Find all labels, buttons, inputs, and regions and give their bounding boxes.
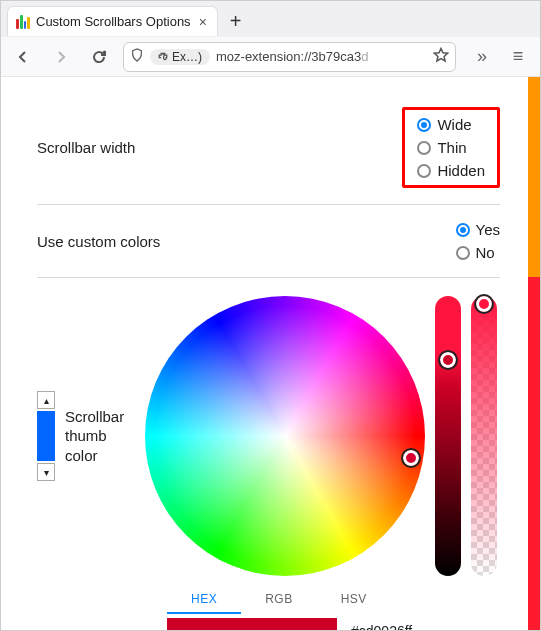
- shield-icon: [130, 48, 144, 65]
- radio-dot-icon: [417, 164, 431, 178]
- app-menu-button[interactable]: ≡: [504, 43, 532, 71]
- alpha-slider[interactable]: [471, 296, 497, 576]
- color-mode-tab-hsv[interactable]: HSV: [317, 586, 391, 614]
- value-slider-handle[interactable]: [440, 352, 456, 368]
- thumb-color-swatch[interactable]: [37, 411, 55, 461]
- color-wheel-handle[interactable]: [403, 450, 419, 466]
- color-value-text[interactable]: #cd0026ff: [351, 623, 412, 630]
- browser-tab-active[interactable]: Custom Scrollbars Options ×: [7, 6, 218, 36]
- color-mode-tab-hex[interactable]: HEX: [167, 586, 241, 614]
- swatch-up-button[interactable]: ▴: [37, 391, 55, 409]
- extension-badge-label: Ex…): [172, 50, 202, 64]
- use-custom-colors-options: Yes No: [456, 221, 500, 261]
- value-slider[interactable]: [435, 296, 461, 576]
- back-button[interactable]: [9, 43, 37, 71]
- radio-dot-icon: [456, 246, 470, 260]
- radio-custom-colors-yes[interactable]: Yes: [456, 221, 500, 238]
- radio-width-hidden[interactable]: Hidden: [417, 162, 485, 179]
- thumb-color-label: Scrollbar thumb color: [65, 407, 135, 466]
- swatch-down-button[interactable]: ▾: [37, 463, 55, 481]
- url-text: moz-extension://3b79ca3d: [216, 49, 427, 64]
- close-tab-icon[interactable]: ×: [197, 15, 209, 29]
- new-tab-button[interactable]: +: [224, 11, 248, 31]
- radio-dot-icon: [417, 141, 431, 155]
- radio-width-wide[interactable]: Wide: [417, 116, 485, 133]
- radio-dot-icon: [417, 118, 431, 132]
- scrollbar-width-options-highlighted: Wide Thin Hidden: [402, 107, 500, 188]
- url-bar[interactable]: Ex…) moz-extension://3b79ca3d: [123, 42, 456, 72]
- radio-custom-colors-no[interactable]: No: [456, 244, 500, 261]
- alpha-slider-handle[interactable]: [476, 296, 492, 312]
- scrollbar-width-label: Scrollbar width: [37, 139, 135, 156]
- bookmark-star-icon[interactable]: [433, 47, 449, 66]
- toolbar-overflow-button[interactable]: »: [466, 43, 494, 71]
- use-custom-colors-label: Use custom colors: [37, 233, 160, 250]
- reload-button[interactable]: [85, 43, 113, 71]
- color-wheel[interactable]: [145, 296, 425, 576]
- color-mode-tab-rgb[interactable]: RGB: [241, 586, 317, 614]
- extension-badge[interactable]: Ex…): [150, 49, 210, 65]
- radio-dot-icon: [456, 223, 470, 237]
- tab-title: Custom Scrollbars Options: [36, 14, 191, 29]
- selected-color-preview: [167, 618, 337, 630]
- forward-button: [47, 43, 75, 71]
- extension-favicon: [16, 15, 30, 29]
- radio-width-thin[interactable]: Thin: [417, 139, 485, 156]
